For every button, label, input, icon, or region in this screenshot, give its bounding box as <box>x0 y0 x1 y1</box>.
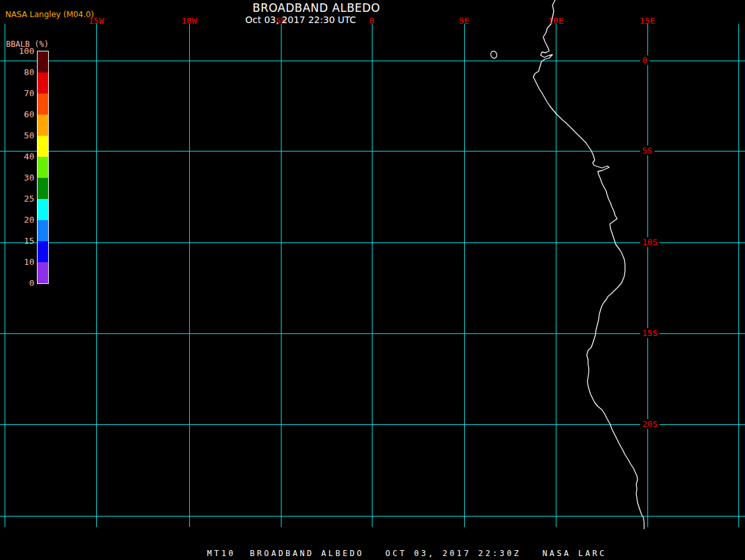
latitude-label: 10S <box>640 237 659 247</box>
colorbar-tick: 30 <box>0 173 34 182</box>
satellite-albedo-image: NASA Langley (M04.0) BROADBAND ALBEDO Oc… <box>0 0 745 560</box>
colorbar-tick: 60 <box>0 109 34 119</box>
colorbar-tick: 70 <box>0 88 34 98</box>
coastline <box>533 0 644 529</box>
colorbar-tick: 10 <box>0 257 34 267</box>
colorbar-tick: 20 <box>0 215 34 225</box>
colorbar <box>37 51 49 284</box>
colorbar-segment <box>38 241 48 262</box>
footer-caption: MT10 BROADBAND ALBEDO OCT 03, 2017 22:30… <box>207 549 607 558</box>
longitude-label: 10E <box>548 16 563 26</box>
colorbar-segment <box>38 136 48 157</box>
colorbar-segment <box>38 51 48 72</box>
colorbar-tick: 25 <box>0 194 34 204</box>
colorbar-tick: 80 <box>0 67 34 77</box>
island-outline <box>490 51 498 59</box>
colorbar-segment <box>38 157 48 178</box>
latitude-label: 15S <box>640 328 659 338</box>
source-tag: NASA Langley (M04.0) <box>5 10 94 19</box>
colorbar-segment <box>38 220 48 241</box>
longitude-label: 0 <box>369 16 374 26</box>
timestamp-subtitle: Oct 03, 2017 22:30 UTC <box>245 14 356 25</box>
longitude-label: 10W <box>181 16 196 26</box>
latitude-label: 5S <box>640 146 655 155</box>
colorbar-segment <box>38 72 48 94</box>
colorbar-tick: 50 <box>0 130 34 140</box>
colorbar-tick: 0 <box>0 278 34 288</box>
colorbar-title: BBALB (%) <box>6 40 49 49</box>
page-title: BROADBAND ALBEDO <box>253 1 380 14</box>
longitude-label: 15E <box>640 16 655 26</box>
colorbar-segment <box>38 115 48 136</box>
colorbar-segment <box>38 262 48 283</box>
colorbar-segment <box>38 199 48 220</box>
longitude-label: 5E <box>459 16 469 26</box>
colorbar-segment <box>38 178 48 199</box>
colorbar-tick: 40 <box>0 152 34 161</box>
map-layer <box>0 0 745 560</box>
colorbar-tick: 15 <box>0 236 34 246</box>
latitude-label: 0 <box>640 55 649 65</box>
colorbar-segment <box>38 94 48 115</box>
latitude-label: 20S <box>640 419 659 429</box>
